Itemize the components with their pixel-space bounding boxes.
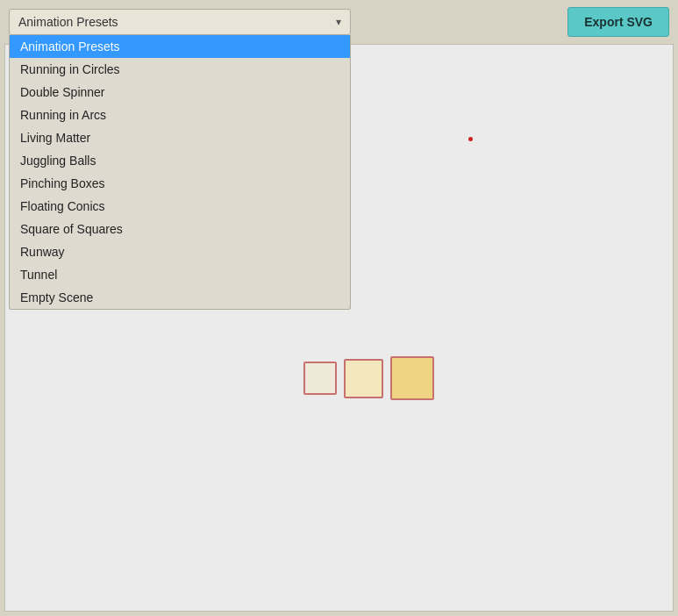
export-svg-button[interactable]: Export SVG [567,7,669,37]
dropdown-item-runway[interactable]: Runway [10,240,350,263]
dropdown-item-empty-scene[interactable]: Empty Scene [10,286,350,309]
preset-dropdown-trigger[interactable]: Animation Presets ▾ [9,9,351,35]
dropdown-item-double-spinner[interactable]: Double Spinner [10,81,350,104]
preset-dropdown-wrapper: Animation Presets ▾ Animation Presets Ru… [9,9,351,35]
dropdown-item-juggling-balls[interactable]: Juggling Balls [10,149,350,172]
dropdown-item-square-of-squares[interactable]: Square of Squares [10,218,350,240]
chevron-down-icon: ▾ [336,16,341,28]
dropdown-current-label: Animation Presets [18,15,118,29]
squares-container [303,356,434,400]
dropdown-item-tunnel[interactable]: Tunnel [10,263,350,286]
dropdown-item-running-in-arcs[interactable]: Running in Arcs [10,104,350,126]
dropdown-item-animation-presets[interactable]: Animation Presets [10,35,350,58]
square-3 [390,356,434,400]
red-dot [468,137,473,141]
square-2 [344,359,383,398]
square-1 [303,362,337,395]
top-bar: Animation Presets ▾ Animation Presets Ru… [0,0,678,44]
dropdown-item-running-in-circles[interactable]: Running in Circles [10,58,350,81]
dropdown-item-pinching-boxes[interactable]: Pinching Boxes [10,172,350,195]
dropdown-item-floating-conics[interactable]: Floating Conics [10,195,350,218]
dropdown-item-living-matter[interactable]: Living Matter [10,126,350,149]
preset-dropdown-menu: Animation Presets Running in Circles Dou… [9,35,351,310]
